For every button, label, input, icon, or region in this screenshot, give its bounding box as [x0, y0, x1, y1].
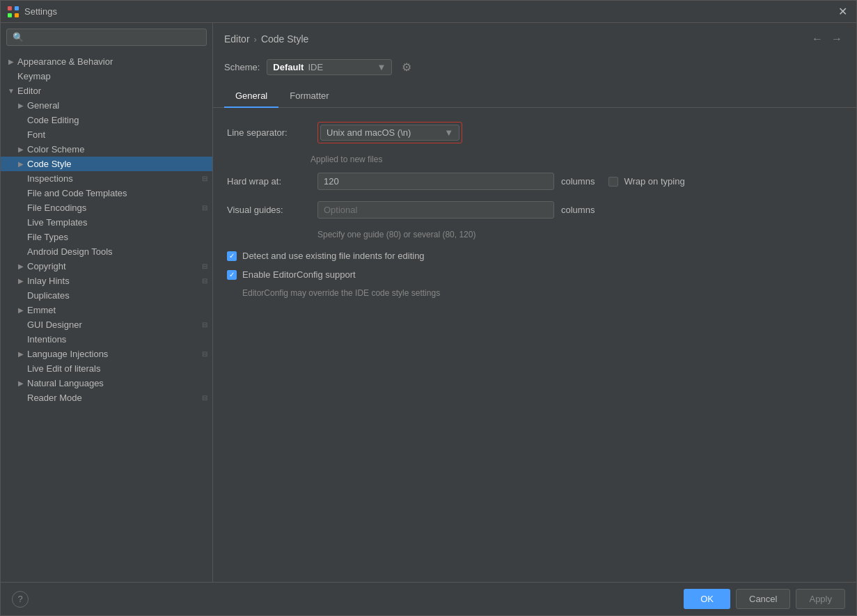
sidebar-item-label: File and Code Templates	[27, 188, 212, 198]
sidebar-item-keymap[interactable]: Keymap	[1, 69, 212, 84]
sidebar-item-android-design-tools[interactable]: Android Design Tools	[1, 244, 212, 259]
app-icon	[8, 6, 19, 17]
sidebar-item-code-editing[interactable]: Code Editing	[1, 113, 212, 127]
sidebar-item-intentions[interactable]: Intentions	[1, 332, 212, 347]
sidebar-item-general[interactable]: ▶ General	[1, 98, 212, 113]
sidebar-item-label: Language Injections	[27, 349, 200, 359]
sidebar-item-label: File Encodings	[27, 203, 200, 213]
ok-button[interactable]: OK	[684, 589, 730, 609]
gear-button[interactable]: ⚙	[399, 58, 414, 77]
sidebar-item-label: Color Scheme	[27, 144, 212, 155]
sidebar-item-gui-designer[interactable]: GUI Designer ⊟	[1, 317, 212, 332]
tab-formatter[interactable]: Formatter	[278, 85, 340, 108]
sidebar-item-label: Code Style	[27, 159, 212, 169]
sidebar-item-file-encodings[interactable]: File Encodings ⊟	[1, 200, 212, 215]
sidebar-item-label: Inlay Hints	[27, 276, 200, 286]
arrow-spacer	[16, 130, 26, 140]
sidebar-item-label: Duplicates	[27, 290, 212, 301]
sidebar-item-label: GUI Designer	[27, 319, 200, 330]
bottom-bar: ? OK Cancel Apply	[1, 582, 856, 615]
settings-indicator-icon: ⊟	[200, 262, 210, 271]
breadcrumb-arrow: ›	[254, 34, 257, 45]
sidebar-item-editor[interactable]: ▼ Editor	[1, 84, 212, 98]
editorconfig-checkbox[interactable]	[227, 270, 237, 280]
arrow-icon: ▶	[6, 57, 16, 67]
visual-guides-input[interactable]	[317, 201, 554, 219]
arrow-spacer	[16, 320, 26, 330]
scheme-dropdown[interactable]: Default IDE ▼	[267, 59, 392, 75]
visual-guides-hint: Specify one guide (80) or several (80, 1…	[317, 230, 842, 239]
settings-area: Line separator: Unix and macOS (\n) ▼ Ap…	[213, 108, 856, 582]
sidebar-item-emmet[interactable]: ▶ Emmet	[1, 303, 212, 317]
sidebar-item-font[interactable]: Font	[1, 127, 212, 142]
breadcrumb-current: Code Style	[261, 33, 308, 45]
settings-indicator-icon: ⊟	[200, 276, 210, 286]
right-panel: Editor › Code Style ← → Scheme: Default …	[213, 23, 856, 582]
line-separator-container: Unix and macOS (\n) ▼	[317, 122, 462, 143]
hard-wrap-input[interactable]	[317, 173, 554, 190]
sidebar-item-inlay-hints[interactable]: ▶ Inlay Hints ⊟	[1, 274, 212, 288]
settings-indicator-icon: ⊟	[200, 349, 210, 359]
cancel-button[interactable]: Cancel	[736, 589, 790, 609]
sidebar-item-color-scheme[interactable]: ▶ Color Scheme	[1, 142, 212, 157]
back-button[interactable]: ←	[809, 31, 826, 47]
sidebar-item-label: Font	[27, 129, 212, 140]
line-separator-label: Line separator:	[227, 127, 310, 138]
line-separator-value: Unix and macOS (\n)	[327, 127, 411, 138]
scheme-value-bold: Default	[273, 62, 304, 72]
sidebar-item-appearance[interactable]: ▶ Appearance & Behavior	[1, 54, 212, 69]
sidebar: ▶ Appearance & Behavior Keymap ▼ Editor …	[1, 23, 213, 582]
sidebar-item-label: Reader Mode	[27, 393, 200, 403]
arrow-spacer	[16, 232, 26, 242]
sidebar-item-file-code-templates[interactable]: File and Code Templates	[1, 186, 212, 200]
sidebar-item-label: Inspections	[27, 173, 200, 184]
sidebar-item-live-edit-literals[interactable]: Live Edit of literals	[1, 361, 212, 376]
sidebar-item-copyright[interactable]: ▶ Copyright ⊟	[1, 259, 212, 274]
tab-general[interactable]: General	[224, 85, 278, 108]
editorconfig-row: Enable EditorConfig support	[227, 269, 842, 280]
apply-button[interactable]: Apply	[796, 589, 845, 609]
close-button[interactable]: ✕	[835, 5, 849, 18]
main-content: ▶ Appearance & Behavior Keymap ▼ Editor …	[1, 23, 856, 582]
forward-button[interactable]: →	[828, 31, 845, 47]
sidebar-item-reader-mode[interactable]: Reader Mode ⊟	[1, 390, 212, 405]
sidebar-item-code-style[interactable]: ▶ Code Style	[1, 157, 212, 171]
line-separator-dropdown[interactable]: Unix and macOS (\n) ▼	[320, 125, 459, 141]
dropdown-arrow-icon: ▼	[444, 127, 453, 138]
wrap-on-typing-checkbox[interactable]	[608, 177, 618, 187]
title-bar: Settings ✕	[1, 1, 856, 23]
svg-rect-2	[8, 13, 12, 17]
applied-hint-text: Applied to new files	[310, 155, 842, 164]
sidebar-item-label: Intentions	[27, 334, 212, 345]
arrow-spacer	[16, 393, 26, 403]
wrap-on-typing-label: Wrap on typing	[624, 176, 684, 187]
sidebar-item-label: Natural Languages	[27, 378, 212, 388]
search-input[interactable]	[6, 29, 207, 46]
svg-rect-3	[15, 13, 19, 17]
tabs-row: General Formatter	[213, 85, 856, 108]
help-button[interactable]: ?	[12, 591, 29, 608]
detect-indents-checkbox[interactable]	[227, 251, 237, 261]
arrow-spacer	[6, 72, 16, 81]
arrow-icon: ▶	[16, 145, 26, 155]
sidebar-item-language-injections[interactable]: ▶ Language Injections ⊟	[1, 347, 212, 361]
editorconfig-hint-text: EditorConfig may override the IDE code s…	[242, 288, 842, 298]
sidebar-item-label: Copyright	[27, 261, 200, 271]
sidebar-item-label: Code Editing	[27, 115, 212, 125]
arrow-spacer	[16, 189, 26, 198]
sidebar-item-file-types[interactable]: File Types	[1, 230, 212, 244]
sidebar-item-natural-languages[interactable]: ▶ Natural Languages	[1, 376, 212, 390]
sidebar-item-inspections[interactable]: Inspections ⊟	[1, 171, 212, 186]
visual-guides-row: Visual guides: columns	[227, 201, 842, 219]
arrow-spacer	[16, 203, 26, 213]
hard-wrap-label: Hard wrap at:	[227, 176, 310, 187]
dropdown-arrow-icon: ▼	[377, 62, 386, 72]
sidebar-item-duplicates[interactable]: Duplicates	[1, 288, 212, 303]
bottom-buttons: OK Cancel Apply	[684, 589, 845, 609]
line-separator-row: Line separator: Unix and macOS (\n) ▼	[227, 122, 842, 143]
sidebar-item-live-templates[interactable]: Live Templates	[1, 215, 212, 230]
svg-rect-1	[15, 6, 19, 10]
sidebar-item-label: Appearance & Behavior	[17, 56, 212, 67]
settings-indicator-icon: ⊟	[200, 174, 210, 184]
detect-indents-row: Detect and use existing file indents for…	[227, 251, 842, 261]
